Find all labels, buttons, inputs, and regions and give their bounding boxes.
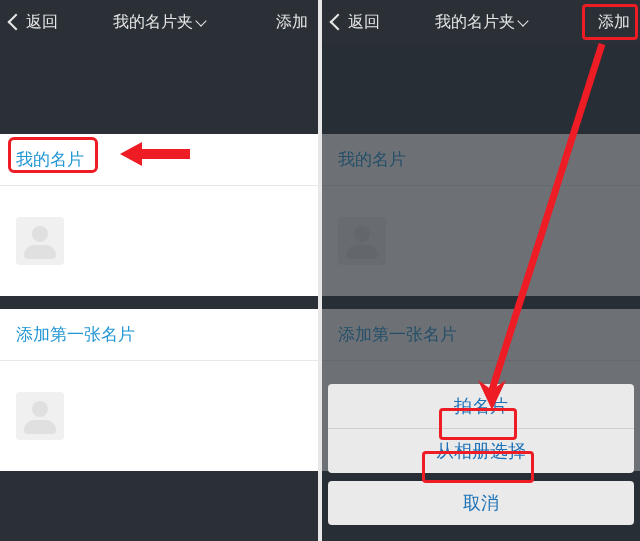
cancel-label: 取消 xyxy=(463,491,499,515)
my-card-header: 我的名片 xyxy=(322,134,640,186)
shoot-card-button[interactable]: 拍名片 xyxy=(328,384,634,428)
navbar: 返回 我的名片夹 添加 xyxy=(0,0,318,44)
shoot-card-label: 拍名片 xyxy=(454,394,508,418)
sheet-options-group: 拍名片 从相册选择 xyxy=(328,384,634,473)
back-button[interactable]: 返回 xyxy=(332,12,392,33)
add-label: 添加 xyxy=(276,12,308,33)
phone-left: 返回 我的名片夹 添加 我的名片 添加第一张名片 xyxy=(0,0,318,541)
navbar: 返回 我的名片夹 添加 xyxy=(322,0,640,44)
choose-from-album-button[interactable]: 从相册选择 xyxy=(328,428,634,473)
title-dropdown[interactable]: 我的名片夹 xyxy=(70,12,248,33)
back-label: 返回 xyxy=(348,12,380,33)
action-sheet: 拍名片 从相册选择 取消 xyxy=(328,384,634,533)
chevron-down-icon xyxy=(195,15,206,26)
choose-from-album-label: 从相册选择 xyxy=(436,439,526,463)
add-first-card-section[interactable]: 添加第一张名片 xyxy=(0,309,318,471)
cancel-button[interactable]: 取消 xyxy=(328,481,634,525)
content-area: 我的名片 添加第一张名片 xyxy=(0,44,318,541)
title-label: 我的名片夹 xyxy=(435,12,515,33)
chevron-left-icon xyxy=(8,14,25,31)
title-label: 我的名片夹 xyxy=(113,12,193,33)
avatar-placeholder-icon xyxy=(16,392,64,440)
my-card-header: 我的名片 xyxy=(0,134,318,186)
avatar-placeholder-icon xyxy=(16,217,64,265)
add-first-card-header: 添加第一张名片 xyxy=(0,309,318,361)
my-card-body xyxy=(0,186,318,296)
phone-right: 返回 我的名片夹 添加 我的名片 添加第一张名片 拍名片 xyxy=(322,0,640,541)
my-card-section[interactable]: 我的名片 xyxy=(322,134,640,296)
add-first-card-body xyxy=(0,361,318,471)
back-label: 返回 xyxy=(26,12,58,33)
add-label: 添加 xyxy=(598,12,630,33)
title-dropdown[interactable]: 我的名片夹 xyxy=(392,12,570,33)
back-button[interactable]: 返回 xyxy=(10,12,70,33)
add-button[interactable]: 添加 xyxy=(248,12,308,33)
sheet-cancel-group: 取消 xyxy=(328,481,634,525)
my-card-section[interactable]: 我的名片 xyxy=(0,134,318,296)
add-button[interactable]: 添加 xyxy=(570,12,630,33)
chevron-down-icon xyxy=(517,15,528,26)
add-first-card-header: 添加第一张名片 xyxy=(322,309,640,361)
chevron-left-icon xyxy=(330,14,347,31)
my-card-body xyxy=(322,186,640,296)
avatar-placeholder-icon xyxy=(338,217,386,265)
content-area: 我的名片 添加第一张名片 拍名片 从相册选择 xyxy=(322,44,640,541)
